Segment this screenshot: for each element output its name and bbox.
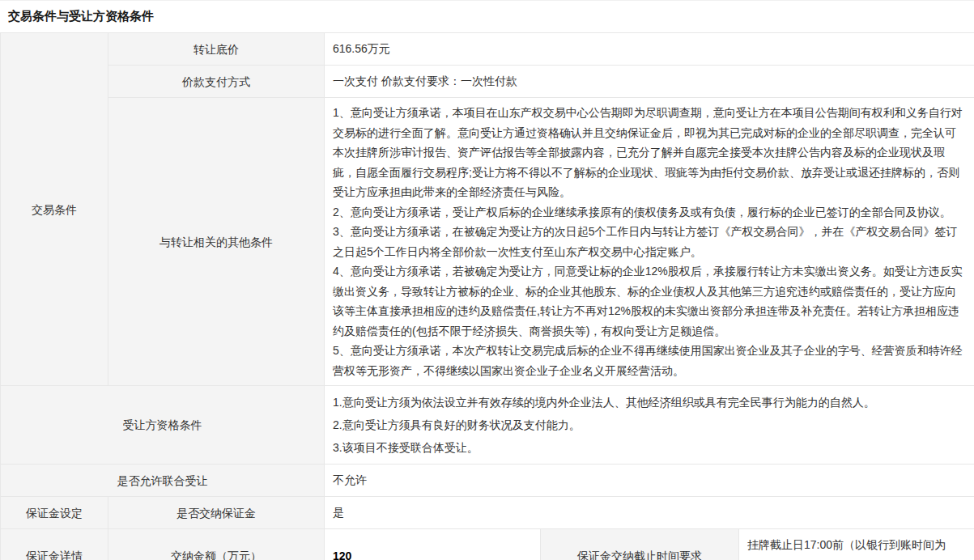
row-joint-transfer: 是否允许联合受让 不允许 xyxy=(1,465,974,497)
other-condition-item-1: 1、意向受让方须承诺，本项目在山东产权交易中心公告期即为尽职调查期，意向受让方在… xyxy=(333,103,964,202)
row-payment-method: 价款支付方式 一次支付 价款支付要求：一次性付款 xyxy=(1,66,974,98)
value-deposit-amount: 120 xyxy=(325,529,541,560)
label-deposit-amount: 交纳金额（万元） xyxy=(108,529,325,560)
other-condition-item-2: 2、意向受让方须承诺，受让产权后标的企业继续承接原有的债权债务及或有负债，履行标… xyxy=(333,202,964,223)
section-title-bar: 交易条件与受让方资格条件 xyxy=(0,1,974,32)
value-other-conditions: 1、意向受让方须承诺，本项目在山东产权交易中心公告期即为尽职调查期，意向受让方在… xyxy=(325,98,974,386)
other-condition-item-3: 3、意向受让方须承诺，在被确定为受让方的次日起5个工作日内与转让方签订《产权交易… xyxy=(333,222,964,261)
listing-conditions-page: 交易条件与受让方资格条件 交易条件 转让底价 616.56万元 价款支付方式 一… xyxy=(0,0,974,560)
qualification-item-1: 1.意向受让方须为依法设立并有效存续的境内外企业法人、其他经济组织或具有完全民事… xyxy=(333,391,966,414)
row-qualification: 受让方资格条件 1.意向受让方须为依法设立并有效存续的境内外企业法人、其他经济组… xyxy=(1,386,974,465)
value-floor-price: 616.56万元 xyxy=(325,33,974,66)
conditions-table: 交易条件 转让底价 616.56万元 价款支付方式 一次支付 价款支付要求：一次… xyxy=(0,32,974,560)
other-condition-item-5: 5、意向受让方须承诺，本次产权转让交易完成后标的企业不得再继续使用国家出资企业及… xyxy=(333,341,964,380)
label-payment-method: 价款支付方式 xyxy=(108,66,325,98)
value-qualification: 1.意向受让方须为依法设立并有效存续的境内外企业法人、其他经济组织或具有完全民事… xyxy=(325,386,974,465)
value-joint-transfer: 不允许 xyxy=(325,465,974,497)
label-qualification: 受让方资格条件 xyxy=(1,386,325,465)
qualification-item-2: 2.意向受让方须具有良好的财务状况及支付能力。 xyxy=(333,414,966,436)
group-label-deposit-details: 保证金详情 xyxy=(1,529,108,560)
label-floor-price: 转让底价 xyxy=(108,33,325,66)
value-deposit-required: 是 xyxy=(325,497,974,529)
value-payment-method: 一次支付 价款支付要求：一次性付款 xyxy=(325,66,974,98)
qualification-item-3: 3.该项目不接受联合体受让。 xyxy=(333,436,966,459)
row-floor-price: 交易条件 转让底价 616.56万元 xyxy=(1,33,974,66)
label-deposit-required: 是否交纳保证金 xyxy=(108,497,325,529)
label-other-conditions: 与转让相关的其他条件 xyxy=(108,98,325,386)
label-deposit-deadline: 保证金交纳截止时间要求 xyxy=(541,529,739,560)
label-joint-transfer: 是否允许联合受让 xyxy=(1,465,325,497)
row-deposit-details: 保证金详情 交纳金额（万元） 120 保证金交纳截止时间要求 挂牌截止日17:0… xyxy=(1,529,974,560)
group-label-deposit-setting: 保证金设定 xyxy=(1,497,108,529)
row-deposit-required: 保证金设定 是否交纳保证金 是 xyxy=(1,497,974,529)
other-condition-item-4: 4、意向受让方须承诺，若被确定为受让方，同意受让标的企业12%股权后，承接履行转… xyxy=(333,261,964,341)
value-deposit-deadline: 挂牌截止日17:00前（以银行到账时间为准） xyxy=(739,529,974,560)
section-title: 交易条件与受让方资格条件 xyxy=(8,9,154,24)
row-other-conditions: 与转让相关的其他条件 1、意向受让方须承诺，本项目在山东产权交易中心公告期即为尽… xyxy=(1,98,974,386)
group-label-trade-conditions: 交易条件 xyxy=(1,33,108,386)
